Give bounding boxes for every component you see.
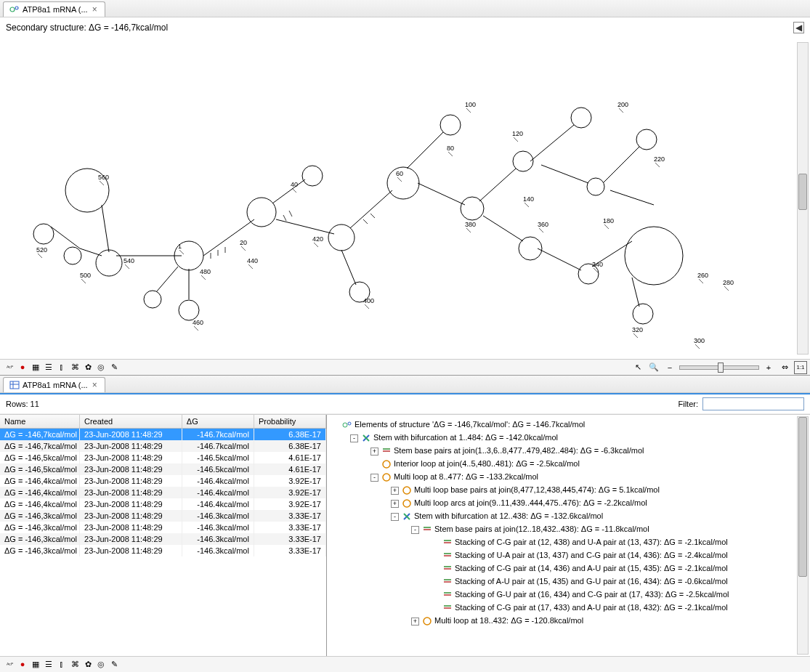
structure-tree-pane[interactable]: Elements of structure 'ΔG = -146,7kcal/m… [327, 415, 810, 656]
tree-node[interactable]: Elements of structure 'ΔG = -146,7kcal/m… [330, 418, 807, 431]
filter-input[interactable] [702, 397, 804, 410]
zoom-slider[interactable] [679, 365, 759, 370]
target-icon[interactable]: ◎ [94, 360, 108, 373]
scroll-thumb[interactable] [798, 417, 807, 577]
rna-icon[interactable]: ⌘ [68, 360, 81, 373]
histogram-icon[interactable]: ⫿ [55, 360, 68, 373]
expander-icon[interactable]: - [350, 434, 358, 442]
loop-icon [381, 472, 392, 482]
svg-point-16 [587, 178, 604, 195]
rows-count: Rows: 11 [6, 400, 39, 408]
table-row[interactable]: ΔG = -146,3kcal/mol23-Jun-2008 11:48:29-… [0, 522, 326, 533]
table-icon[interactable]: ▦ [29, 657, 42, 671]
table-row[interactable]: ΔG = -146,5kcal/mol23-Jun-2008 11:48:29-… [0, 463, 326, 475]
tree-node[interactable]: -Stem with bifurcation at 1..484: ΔG = -… [330, 431, 807, 444]
svg-line-40 [539, 228, 543, 232]
col-name[interactable]: Name [0, 415, 80, 429]
table-row[interactable]: ΔG = -146,3kcal/mol23-Jun-2008 11:48:29-… [0, 510, 326, 522]
svg-line-25 [241, 246, 246, 251]
bottom-tab[interactable]: ATP8a1 mRNA (... × [3, 377, 105, 392]
zoom-in-icon[interactable]: 🔍 [647, 361, 660, 374]
svg-rect-72 [444, 568, 451, 570]
acp[interactable]: ᴬᶜᴾ [3, 658, 16, 671]
structure-viewer-panel: ATP8a1 mRNA (... × Secondary structure: … [0, 0, 810, 376]
structure-viewer[interactable]: 1204060801001201401802002202602803003203… [0, 38, 810, 359]
position-label: 60 [396, 170, 403, 177]
table-row[interactable]: ΔG = -146,4kcal/mol23-Jun-2008 11:48:29-… [0, 475, 326, 487]
scroll-thumb[interactable] [798, 174, 807, 210]
list-icon[interactable]: ☰ [42, 657, 55, 671]
svg-line-37 [695, 344, 700, 349]
fit-width-icon[interactable]: ⇔ [778, 361, 791, 374]
tree-node[interactable]: Stacking of U-A pair at (13, 437) and C-… [330, 548, 807, 562]
close-icon[interactable]: × [91, 380, 99, 390]
tree-scrollbar[interactable] [797, 416, 809, 655]
tree-node[interactable]: Stacking of C-G pair at (14, 436) and A-… [330, 562, 807, 575]
list-icon[interactable]: ☰ [42, 360, 55, 373]
edit-icon[interactable]: ✎ [108, 657, 121, 671]
circle-red[interactable]: ● [16, 360, 29, 373]
split-pane: Name Created ΔG Probability ΔG = -146,7k… [0, 414, 810, 656]
close-icon[interactable]: × [91, 4, 99, 15]
svg-point-20 [636, 129, 657, 150]
svg-point-19 [633, 304, 653, 324]
edit-icon[interactable]: ✎ [108, 360, 121, 373]
col-dg[interactable]: ΔG [182, 415, 254, 429]
svg-rect-51 [10, 381, 19, 389]
expander-icon[interactable]: + [391, 500, 399, 508]
top-tab[interactable]: ATP8a1 mRNA (... × [3, 1, 105, 17]
slider-thumb[interactable] [718, 363, 724, 373]
tree-node[interactable]: +Multi loop arcs at join(9..11,439..444,… [330, 496, 807, 509]
tree-node[interactable]: Stacking of C-G pair at (12, 438) and U-… [330, 535, 807, 548]
svg-point-13 [513, 151, 533, 171]
svg-line-27 [397, 177, 402, 182]
tree-node[interactable]: +Multi loop at 18..432: ΔG = -120.8kcal/… [330, 614, 807, 627]
position-label: 320 [632, 326, 643, 333]
rna-icon[interactable]: ⌘ [68, 657, 81, 671]
table-row[interactable]: ΔG = -146,3kcal/mol23-Jun-2008 11:48:29-… [0, 533, 326, 545]
tree-node[interactable]: +Multi loop base pairs at join(8,477,12,… [330, 483, 807, 496]
tree-node[interactable]: +Stem base pairs at join(1..3,6..8,477..… [330, 444, 807, 457]
table-row[interactable]: ΔG = -146,3kcal/mol23-Jun-2008 11:48:29-… [0, 545, 326, 556]
position-label: 360 [538, 221, 548, 228]
expander-icon[interactable]: + [370, 448, 378, 456]
svg-point-60 [383, 461, 390, 468]
expander-icon[interactable]: + [391, 487, 399, 495]
expander-icon[interactable]: + [411, 618, 419, 626]
col-prob[interactable]: Probability [254, 415, 325, 429]
minus-icon[interactable]: − [663, 361, 676, 374]
tree-node[interactable]: Stacking of A-U pair at (15, 435) and G-… [330, 575, 807, 588]
table-row[interactable]: ΔG = -146,4kcal/mol23-Jun-2008 11:48:29-… [0, 487, 326, 498]
collapse-panel-icon[interactable]: ◀ [793, 22, 804, 33]
tree-node[interactable]: Interior loop at join(4..5,480..481): ΔG… [330, 457, 807, 470]
flower-icon[interactable]: ✿ [81, 657, 94, 671]
expander-icon[interactable]: - [370, 474, 378, 482]
expander-icon[interactable]: - [391, 513, 399, 521]
tree-node[interactable]: Stacking of C-G pair at (17, 433) and A-… [330, 601, 807, 614]
target-icon[interactable]: ◎ [94, 657, 108, 671]
pointer-icon[interactable]: ↖ [631, 361, 644, 374]
svg-rect-73 [444, 566, 451, 567]
position-label: 20 [240, 239, 247, 246]
histogram-icon[interactable]: ⫿ [55, 657, 68, 671]
table-row[interactable]: ΔG = -146,7kcal/mol23-Jun-2008 11:48:29-… [0, 429, 326, 441]
results-table[interactable]: Name Created ΔG Probability ΔG = -146,7k… [0, 415, 326, 556]
acp[interactable]: ᴬᶜᴾ [3, 361, 16, 374]
tree-node[interactable]: -Multi loop at 8..477: ΔG = -133.2kcal/m… [330, 470, 807, 483]
tree-node[interactable]: -Stem with bifurcation at 12..438: ΔG = … [330, 509, 807, 522]
loop-icon [381, 459, 392, 469]
stack-icon [442, 551, 453, 561]
expander-icon[interactable]: - [411, 526, 419, 534]
circle-red[interactable]: ● [16, 657, 29, 671]
tree-node[interactable]: -Stem base pairs at join(12..18,432..438… [330, 522, 807, 535]
table-row[interactable]: ΔG = -146,4kcal/mol23-Jun-2008 11:48:29-… [0, 498, 326, 510]
flower-icon[interactable]: ✿ [81, 360, 94, 373]
table-icon[interactable]: ▦ [29, 360, 42, 373]
tree-node[interactable]: Stacking of G-U pair at (16, 434) and C-… [330, 588, 807, 601]
vertical-scrollbar[interactable] [797, 42, 809, 355]
plus-icon[interactable]: + [762, 361, 775, 374]
table-row[interactable]: ΔG = -146,5kcal/mol23-Jun-2008 11:48:29-… [0, 452, 326, 463]
col-created[interactable]: Created [80, 415, 182, 429]
table-row[interactable]: ΔG = -146,7kcal/mol23-Jun-2008 11:48:29-… [0, 440, 326, 452]
one-to-one-icon[interactable]: 1:1 [794, 361, 807, 374]
